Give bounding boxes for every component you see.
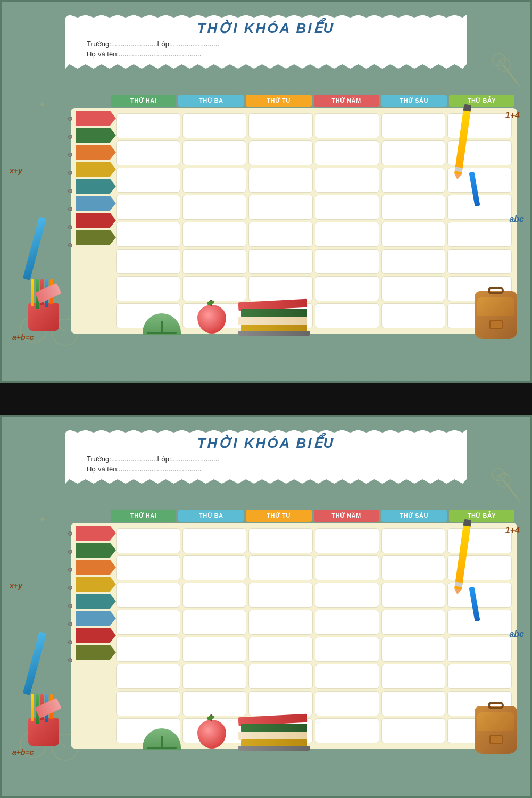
c2-6-4[interactable] (315, 664, 379, 689)
cell-7-1[interactable] (116, 276, 180, 301)
grid-row-1 (116, 113, 512, 138)
c2-6-3[interactable] (248, 664, 313, 689)
c2-7-4[interactable] (315, 691, 379, 716)
c2-4-5[interactable] (381, 610, 446, 635)
c2-3-1[interactable] (116, 583, 180, 608)
cell-2-5[interactable] (381, 140, 446, 165)
cell-4-3[interactable] (248, 195, 313, 220)
svg-line-6 (498, 60, 517, 84)
cell-1-5[interactable] (381, 113, 446, 138)
cell-4-5[interactable] (381, 195, 446, 220)
c2-2-2[interactable] (182, 555, 247, 580)
cell-5-2[interactable] (182, 222, 247, 247)
book-base (238, 331, 310, 336)
c2-1-6[interactable] (447, 528, 512, 553)
c2-2-1[interactable] (116, 555, 180, 580)
cell-4-2[interactable] (182, 195, 247, 220)
c2-6-1[interactable] (116, 664, 180, 689)
cell-7-4[interactable] (315, 276, 379, 301)
cell-2-2[interactable] (182, 140, 247, 165)
cell-4-4[interactable] (315, 195, 379, 220)
pencil-tip-2 (463, 519, 472, 527)
cell-5-6[interactable] (447, 222, 512, 247)
c2-3-4[interactable] (315, 583, 379, 608)
spiral-holes (68, 111, 72, 253)
xy-text-1: x+y (10, 167, 22, 175)
c2-2-5[interactable] (381, 555, 446, 580)
cell-2-4[interactable] (315, 140, 379, 165)
schedule-card-1: ✦ ✦ THỜI KHÓA BIỂU Trường:..............… (0, 0, 532, 383)
c2-2-4[interactable] (315, 555, 379, 580)
c2-5-1[interactable] (116, 637, 180, 662)
cell-1-1[interactable] (116, 113, 180, 138)
c2-1-5[interactable] (381, 528, 446, 553)
c2-4-3[interactable] (248, 610, 313, 635)
math-text-1: a+b=c (12, 333, 34, 342)
cell-3-3[interactable] (248, 168, 313, 193)
cell-1-4[interactable] (315, 113, 379, 138)
c2-7-3[interactable] (248, 691, 313, 716)
cell-4-1[interactable] (116, 195, 180, 220)
c2-4-2[interactable] (182, 610, 247, 635)
cell-7-2[interactable] (182, 276, 247, 301)
cell-8-5[interactable] (381, 303, 446, 328)
cell-5-1[interactable] (116, 222, 180, 247)
hole-2-4 (68, 586, 72, 590)
c2-7-5[interactable] (381, 691, 446, 716)
cell-5-3[interactable] (248, 222, 313, 247)
c2-8-5[interactable] (381, 718, 446, 743)
cell-6-5[interactable] (381, 249, 446, 274)
cell-7-3[interactable] (248, 276, 313, 301)
cell-3-2[interactable] (182, 168, 247, 193)
cell-3-1[interactable] (116, 168, 180, 193)
c2-8-4[interactable] (315, 718, 379, 743)
cell-8-4[interactable] (315, 303, 379, 328)
cell-7-5[interactable] (381, 276, 446, 301)
c2-4-6[interactable] (447, 610, 512, 635)
c2-5-3[interactable] (248, 637, 313, 662)
c2-6-6[interactable] (447, 664, 512, 689)
c2-5-5[interactable] (381, 637, 446, 662)
c2-5-4[interactable] (315, 637, 379, 662)
cell-5-4[interactable] (315, 222, 379, 247)
c2-7-2[interactable] (182, 691, 247, 716)
cell-6-4[interactable] (315, 249, 379, 274)
c2-6-2[interactable] (182, 664, 247, 689)
c2-4-1[interactable] (116, 610, 180, 635)
cell-1-2[interactable] (182, 113, 247, 138)
cell-2-1[interactable] (116, 140, 180, 165)
cell-3-5[interactable] (381, 168, 446, 193)
cell-6-2[interactable] (182, 249, 247, 274)
c2-7-1[interactable] (116, 691, 180, 716)
cell-6-6[interactable] (447, 249, 512, 274)
svg-point-3 (497, 59, 510, 71)
hole-2-6 (68, 622, 72, 626)
cell-3-4[interactable] (315, 168, 379, 193)
c2-2-3[interactable] (248, 555, 313, 580)
c2-3-5[interactable] (381, 583, 446, 608)
c2-1-3[interactable] (248, 528, 313, 553)
cell-2-3[interactable] (248, 140, 313, 165)
c2-5-2[interactable] (182, 637, 247, 662)
c2-6-5[interactable] (381, 664, 446, 689)
cell-4-6[interactable] (447, 195, 512, 220)
xy-text-2: x+y (10, 581, 22, 590)
c2-5-6[interactable] (447, 637, 512, 662)
c2-1-4[interactable] (315, 528, 379, 553)
cell-1-3[interactable] (248, 113, 313, 138)
c2-3-3[interactable] (248, 583, 313, 608)
pencil-tip-1 (463, 104, 472, 112)
cell-6-3[interactable] (248, 249, 313, 274)
c2-3-2[interactable] (182, 583, 247, 608)
cell-5-5[interactable] (381, 222, 446, 247)
cell-1-6[interactable] (447, 113, 512, 138)
backpack-handle-2 (488, 702, 504, 709)
c2-1-2[interactable] (182, 528, 247, 553)
c2-1-1[interactable] (116, 528, 180, 553)
grid-area (116, 113, 512, 328)
cell-6-1[interactable] (116, 249, 180, 274)
books-1 (238, 298, 313, 336)
math-label-1: 1+4 (505, 111, 520, 120)
c2-4-4[interactable] (315, 610, 379, 635)
grid-row-2-2 (116, 555, 512, 580)
